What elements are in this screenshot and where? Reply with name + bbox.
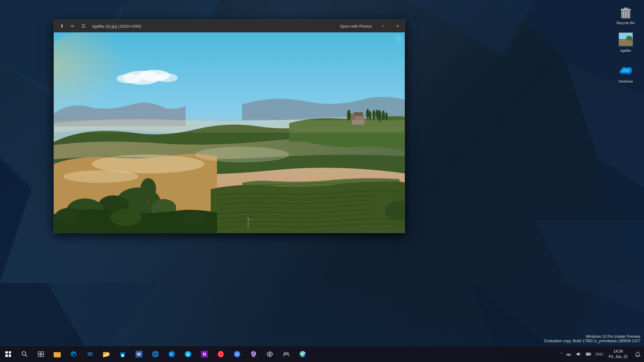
svg-text:W: W (137, 352, 141, 357)
recycle-bin-image (618, 4, 633, 19)
svg-rect-58 (248, 220, 253, 220)
taskbar-app8[interactable]: P (164, 346, 180, 362)
svg-rect-69 (41, 354, 44, 357)
bgdftw-image (618, 32, 633, 47)
svg-point-23 (626, 36, 632, 41)
taskview-icon (38, 351, 44, 357)
photo-window: ⬆ ✏ ☰ bgdftw (4).jpg (1920×1080) Open wi… (53, 19, 405, 233)
svg-point-87 (568, 355, 569, 356)
svg-point-53 (149, 212, 178, 228)
svg-point-28 (63, 170, 139, 183)
taskbar-mail[interactable]: ✉ (82, 346, 98, 362)
taskbar-app16[interactable]: 🌍 (294, 346, 311, 362)
taskbar-app13[interactable]: 🔮 (245, 346, 262, 362)
svg-point-32 (347, 110, 351, 121)
taskbar-app15[interactable]: 🎮 (278, 346, 294, 362)
taskbar-word[interactable]: W (131, 346, 147, 362)
recycle-bin-label: Recycle Bin (617, 21, 635, 25)
taskbar-file-explorer[interactable] (49, 346, 65, 362)
toolbar-menu-btn[interactable]: ☰ (79, 22, 88, 30)
svg-rect-67 (41, 352, 44, 354)
svg-point-39 (385, 112, 388, 121)
window-title: bgdftw (4).jpg (1920×1080) (92, 24, 141, 29)
search-button[interactable] (16, 346, 33, 362)
toolbar-edit-btn[interactable]: ✏ (68, 22, 77, 30)
system-tray: ^ ENG (559, 346, 644, 362)
clock-time: 14:34 (613, 349, 623, 354)
watermark-line1: Windows 10 Pro Insider Preview (544, 334, 640, 339)
svg-point-33 (366, 109, 369, 119)
svg-rect-16 (624, 8, 628, 9)
svg-rect-68 (38, 354, 41, 357)
svg-point-86 (269, 353, 271, 355)
svg-point-35 (372, 110, 375, 119)
svg-point-34 (369, 111, 371, 120)
svg-rect-90 (591, 354, 591, 354)
clock-area[interactable]: 14:34 Fri, Jun, 22 (605, 346, 631, 362)
tray-expand-btn[interactable]: ^ (559, 346, 564, 362)
svg-line-65 (25, 355, 27, 357)
svg-text:N: N (203, 352, 206, 357)
svg-point-85 (236, 353, 238, 355)
svg-rect-31 (350, 114, 355, 120)
notification-button[interactable] (631, 346, 644, 362)
svg-text:P: P (170, 352, 173, 357)
taskbar-chrome[interactable] (229, 346, 245, 362)
svg-rect-57 (248, 217, 248, 228)
svg-point-81 (218, 351, 224, 357)
open-with-photos-btn[interactable]: Open with Photos (336, 24, 376, 29)
window-titlebar: ⬆ ✏ ☰ bgdftw (4).jpg (1920×1080) Open wi… (54, 20, 405, 32)
taskbar-skype[interactable]: S (180, 346, 196, 362)
svg-point-64 (22, 352, 26, 355)
svg-rect-89 (587, 353, 590, 355)
svg-point-62 (156, 73, 178, 82)
taskbar-onenote[interactable]: N (196, 346, 213, 362)
onedrive-image (618, 63, 633, 78)
watermark-line2: Evaluation copy. Build 17692.rs_prerelea… (544, 339, 640, 343)
photo-area: ⓘ (54, 32, 405, 233)
taskbar-opera[interactable] (213, 346, 229, 362)
tray-battery-icon[interactable] (584, 346, 594, 362)
bgdftw-label: bgdftw (621, 48, 631, 53)
start-button[interactable] (0, 346, 16, 362)
taskbar-edge[interactable] (65, 346, 82, 362)
bgdftw-icon[interactable]: bgdftw (613, 31, 638, 54)
svg-point-54 (182, 211, 208, 225)
svg-rect-63 (54, 120, 405, 133)
onedrive-icon[interactable]: OneDrive (613, 62, 638, 85)
search-icon (21, 351, 28, 357)
window-close-btn[interactable]: ✕ (390, 20, 405, 32)
taskbar-settings[interactable] (262, 346, 278, 362)
recycle-bin-icon[interactable]: Recycle Bin (613, 3, 638, 26)
svg-rect-66 (38, 352, 41, 354)
svg-rect-71 (54, 352, 56, 354)
svg-point-52 (110, 209, 142, 226)
svg-point-49 (141, 178, 156, 200)
svg-rect-72 (122, 354, 124, 357)
taskbar-app7[interactable]: 🌐 (147, 346, 164, 362)
window-restore-btn[interactable]: ⤢ (376, 20, 390, 32)
svg-text:S: S (186, 352, 189, 357)
clock-date: Fri, Jun, 22 (609, 354, 628, 359)
svg-point-51 (77, 210, 112, 228)
taskbar-file-manager[interactable]: 📂 (98, 346, 114, 362)
taskbar-store[interactable] (114, 346, 131, 362)
svg-point-38 (382, 110, 385, 120)
taskview-button[interactable] (33, 346, 49, 362)
start-icon (5, 351, 11, 357)
tray-language[interactable]: ENG (594, 346, 605, 362)
onedrive-label: OneDrive (619, 79, 633, 84)
tray-volume-icon[interactable] (574, 346, 584, 362)
taskbar: ✉ 📂 W 🌐 P S (0, 346, 644, 362)
svg-point-27 (195, 147, 289, 162)
info-icon[interactable]: ⓘ (395, 35, 402, 42)
tray-network-icon[interactable] (564, 346, 574, 362)
toolbar-up-btn[interactable]: ⬆ (58, 22, 66, 30)
watermark: Windows 10 Pro Insider Preview Evaluatio… (544, 334, 640, 343)
desktop: Recycle Bin bgdftw OneDrive ⬆ (0, 0, 644, 362)
svg-point-61 (117, 74, 142, 83)
